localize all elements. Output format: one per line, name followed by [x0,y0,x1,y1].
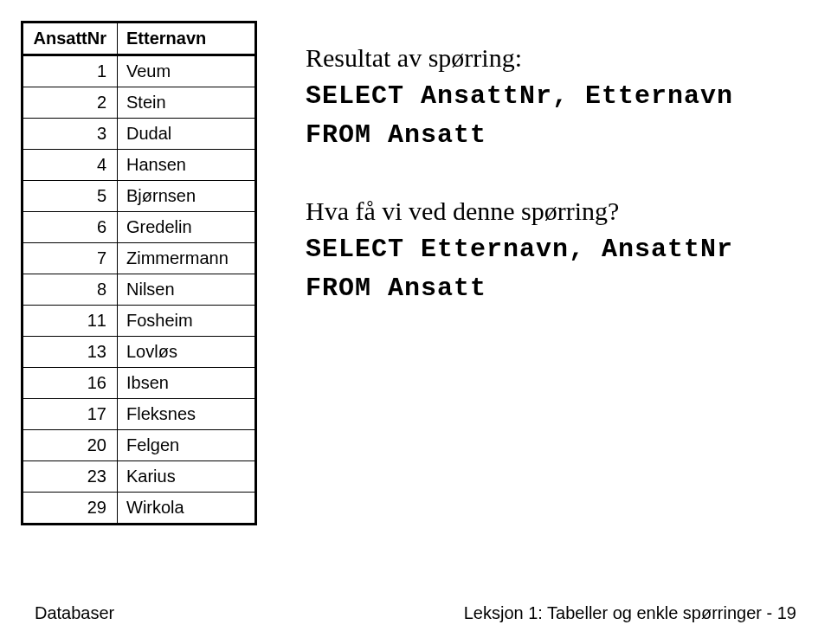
table-header-row: AnsattNr Etternavn [23,23,256,55]
content-row: AnsattNr Etternavn 1 Veum 2 Stein 3 [21,21,796,525]
cell-name: Felgen [118,430,256,461]
table-row: 23 Karius [23,461,256,493]
table-row: 8 Nilsen [23,274,256,306]
cell-nr: 2 [23,87,118,119]
cell-nr: 20 [23,430,118,461]
table-row: 29 Wirkola [23,493,256,525]
cell-nr: 3 [23,119,118,150]
footer-left: Databaser [35,603,114,623]
cell-name: Fleksnes [118,399,256,430]
cell-name: Nilsen [118,274,256,306]
table-row: 2 Stein [23,87,256,119]
cell-name: Stein [118,87,256,119]
table-row: 7 Zimmermann [23,243,256,274]
cell-nr: 5 [23,181,118,212]
cell-nr: 1 [23,55,118,87]
cell-name: Veum [118,55,256,87]
cell-name: Dudal [118,119,256,150]
table-row: 13 Lovløs [23,337,256,368]
cell-nr: 16 [23,368,118,399]
cell-name: Fosheim [118,306,256,337]
cell-nr: 13 [23,337,118,368]
result-table: AnsattNr Etternavn 1 Veum 2 Stein 3 [21,21,257,525]
cell-nr: 6 [23,212,118,243]
cell-nr: 7 [23,243,118,274]
cell-nr: 4 [23,150,118,181]
cell-name: Zimmermann [118,243,256,274]
cell-name: Gredelin [118,212,256,243]
slide-page: AnsattNr Etternavn 1 Veum 2 Stein 3 [0,0,831,644]
cell-nr: 29 [23,493,118,525]
query1-line1: SELECT AnsattNr, Etternavn [306,77,733,116]
table-row: 6 Gredelin [23,212,256,243]
table-row: 3 Dudal [23,119,256,150]
col-header-ansattnr: AnsattNr [23,23,118,55]
table-row: 20 Felgen [23,430,256,461]
cell-nr: 17 [23,399,118,430]
cell-name: Ibsen [118,368,256,399]
table-row: 5 Bjørnsen [23,181,256,212]
cell-nr: 8 [23,274,118,306]
table-row: 1 Veum [23,55,256,87]
table-row: 4 Hansen [23,150,256,181]
cell-nr: 23 [23,461,118,493]
col-header-etternavn: Etternavn [118,23,256,55]
result-table-wrap: AnsattNr Etternavn 1 Veum 2 Stein 3 [21,21,257,525]
explanation-text: Resultat av spørring: SELECT AnsattNr, E… [306,21,733,308]
query1-line2: FROM Ansatt [306,116,733,155]
slide-footer: Databaser Leksjon 1: Tabeller og enkle s… [35,603,796,623]
footer-right: Leksjon 1: Tabeller og enkle spørringer … [464,603,796,623]
result-label: Resultat av spørring: [306,38,733,77]
cell-nr: 11 [23,306,118,337]
question2: Hva få vi ved denne spørring? [306,191,733,230]
table-row: 17 Fleksnes [23,399,256,430]
cell-name: Karius [118,461,256,493]
cell-name: Wirkola [118,493,256,525]
query2-line2: FROM Ansatt [306,269,733,308]
cell-name: Hansen [118,150,256,181]
table-row: 16 Ibsen [23,368,256,399]
table-row: 11 Fosheim [23,306,256,337]
query2-line1: SELECT Etternavn, AnsattNr [306,230,733,269]
cell-name: Bjørnsen [118,181,256,212]
cell-name: Lovløs [118,337,256,368]
